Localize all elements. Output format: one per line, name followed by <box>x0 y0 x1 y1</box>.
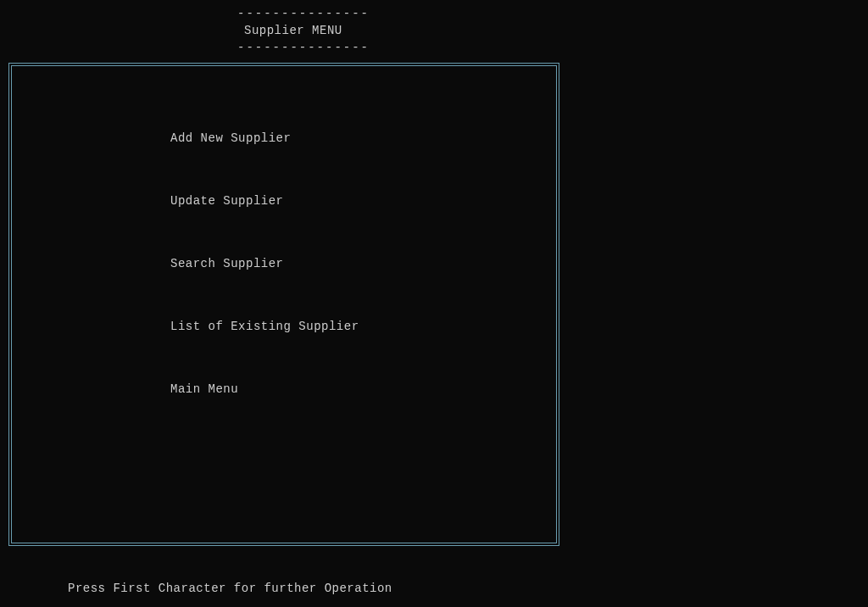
menu-title: Supplier MENU <box>237 20 868 41</box>
menu-item-main-menu[interactable]: Main Menu <box>170 382 559 396</box>
menu-header: --------------- Supplier MENU ----------… <box>0 0 868 54</box>
menu-item-list-supplier[interactable]: List of Existing Supplier <box>170 320 559 333</box>
menu-container: Add New Supplier Update Supplier Search … <box>8 63 559 546</box>
menu-item-update-supplier[interactable]: Update Supplier <box>170 194 559 208</box>
menu-item-add-supplier[interactable]: Add New Supplier <box>170 131 559 145</box>
header-dashes-bottom: --------------- <box>237 41 868 54</box>
header-dashes-top: --------------- <box>237 7 868 20</box>
menu-item-search-supplier[interactable]: Search Supplier <box>170 257 559 270</box>
footer-hint: Press First Character for further Operat… <box>0 546 868 595</box>
menu-items-list: Add New Supplier Update Supplier Search … <box>9 64 559 396</box>
